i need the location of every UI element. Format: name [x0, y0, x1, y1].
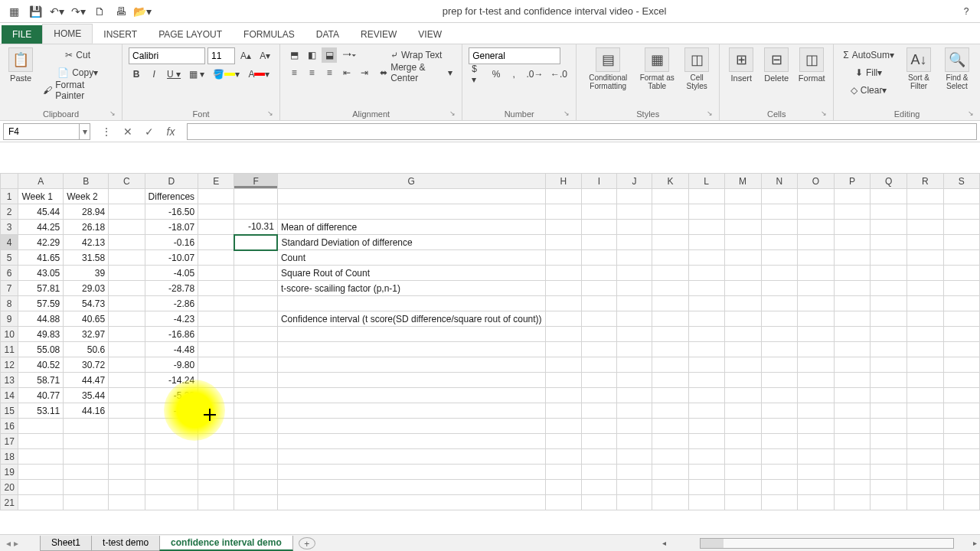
cell-A1[interactable]: Week 1	[18, 189, 64, 204]
cell-K18[interactable]	[652, 449, 688, 465]
sheet-nav[interactable]: ◂▸	[0, 538, 24, 549]
merge-center-button[interactable]: ⬌ Merge & Center ▾	[377, 65, 456, 80]
cell-F21[interactable]	[234, 495, 278, 510]
cell-M15[interactable]	[724, 403, 761, 419]
cell-G11[interactable]	[277, 342, 545, 357]
cell-J19[interactable]	[616, 465, 652, 480]
comma-button[interactable]: ,	[506, 67, 521, 82]
tab-review[interactable]: REVIEW	[350, 25, 407, 44]
cell-P10[interactable]	[834, 327, 870, 342]
col-header-R[interactable]: R	[906, 174, 943, 189]
cell-E18[interactable]	[198, 449, 234, 465]
cell-I7[interactable]	[582, 281, 617, 296]
cell-D3[interactable]: -18.07	[145, 220, 198, 235]
cell-K21[interactable]	[652, 495, 688, 510]
cell-K8[interactable]	[652, 296, 688, 311]
cell-S10[interactable]	[943, 327, 979, 342]
cell-G3[interactable]: Mean of difference	[277, 220, 545, 235]
cell-Q9[interactable]	[871, 311, 907, 327]
cell-L9[interactable]	[688, 311, 724, 327]
cell-I4[interactable]	[582, 235, 617, 250]
cell-R6[interactable]	[906, 266, 943, 281]
cell-Q21[interactable]	[871, 495, 907, 510]
cell-P12[interactable]	[834, 357, 870, 373]
cell-J7[interactable]	[616, 281, 652, 296]
cell-G13[interactable]	[277, 373, 545, 388]
cell-Q6[interactable]	[871, 266, 907, 281]
cell-B11[interactable]: 50.6	[64, 342, 109, 357]
cell-D2[interactable]: -16.50	[145, 204, 198, 220]
cell-G2[interactable]	[277, 204, 545, 220]
row-header-11[interactable]: 11	[1, 342, 18, 357]
cell-O10[interactable]	[798, 327, 835, 342]
col-header-Q[interactable]: Q	[871, 174, 907, 189]
cell-H11[interactable]	[545, 342, 582, 357]
cell-B20[interactable]	[64, 480, 109, 495]
cell-E3[interactable]	[198, 220, 234, 235]
number-format-select[interactable]	[469, 47, 560, 64]
cell-F1[interactable]	[234, 189, 278, 204]
cell-M8[interactable]	[724, 296, 761, 311]
cell-I16[interactable]	[582, 419, 617, 434]
cell-O11[interactable]	[798, 342, 835, 357]
cell-P3[interactable]	[834, 220, 870, 235]
inc-indent-button[interactable]: ⇥	[357, 65, 372, 80]
cell-R1[interactable]	[906, 189, 943, 204]
cell-S12[interactable]	[943, 357, 979, 373]
cell-N8[interactable]	[761, 296, 798, 311]
cell-G21[interactable]	[277, 495, 545, 510]
cell-B19[interactable]	[64, 465, 109, 480]
cell-P20[interactable]	[834, 480, 870, 495]
cell-Q13[interactable]	[871, 373, 907, 388]
help-icon[interactable]: ?	[957, 6, 975, 17]
cell-P5[interactable]	[834, 250, 870, 266]
cell-G17[interactable]	[277, 434, 545, 449]
cell-B3[interactable]: 26.18	[64, 220, 109, 235]
cell-R17[interactable]	[906, 434, 943, 449]
hscroll-track[interactable]	[700, 538, 954, 549]
cell-S2[interactable]	[943, 204, 979, 220]
cell-G19[interactable]	[277, 465, 545, 480]
cell-Q16[interactable]	[871, 419, 907, 434]
cell-A13[interactable]: 58.71	[18, 373, 64, 388]
cell-J15[interactable]	[616, 403, 652, 419]
cell-J12[interactable]	[616, 357, 652, 373]
percent-button[interactable]: %	[488, 67, 504, 82]
find-select-button[interactable]: 🔍Find & Select	[940, 47, 974, 90]
col-header-C[interactable]: C	[109, 174, 145, 189]
col-header-D[interactable]: D	[145, 174, 198, 189]
cell-S13[interactable]	[943, 373, 979, 388]
cell-L4[interactable]	[688, 235, 724, 250]
cell-P14[interactable]	[834, 388, 870, 403]
cell-I10[interactable]	[582, 327, 617, 342]
col-header-I[interactable]: I	[582, 174, 617, 189]
grid[interactable]: ABCDEFGHIJKLMNOPQRS1Week 1Week 2Differen…	[0, 173, 980, 510]
cell-A8[interactable]: 57.59	[18, 296, 64, 311]
fill-color-button[interactable]: 🪣▾	[210, 67, 243, 82]
cell-Q19[interactable]	[871, 465, 907, 480]
row-header-13[interactable]: 13	[1, 373, 18, 388]
cell-G16[interactable]	[277, 419, 545, 434]
cell-S7[interactable]	[943, 281, 979, 296]
cell-N2[interactable]	[761, 204, 798, 220]
cell-N10[interactable]	[761, 327, 798, 342]
cell-N3[interactable]	[761, 220, 798, 235]
cell-B10[interactable]: 32.97	[64, 327, 109, 342]
cell-Q7[interactable]	[871, 281, 907, 296]
cell-A15[interactable]: 53.11	[18, 403, 64, 419]
cell-D20[interactable]	[145, 480, 198, 495]
cell-R21[interactable]	[906, 495, 943, 510]
col-header-G[interactable]: G	[277, 174, 545, 189]
cell-H20[interactable]	[545, 480, 582, 495]
cell-C4[interactable]	[109, 235, 145, 250]
cell-E21[interactable]	[198, 495, 234, 510]
cell-K7[interactable]	[652, 281, 688, 296]
cell-E1[interactable]	[198, 189, 234, 204]
cell-G6[interactable]: Square Rout of Count	[277, 266, 545, 281]
cell-styles-button[interactable]: ◫Cell Styles	[681, 47, 713, 90]
cell-E20[interactable]	[198, 480, 234, 495]
cell-H3[interactable]	[545, 220, 582, 235]
cell-B9[interactable]: 40.65	[64, 311, 109, 327]
cell-M21[interactable]	[724, 495, 761, 510]
cell-J10[interactable]	[616, 327, 652, 342]
